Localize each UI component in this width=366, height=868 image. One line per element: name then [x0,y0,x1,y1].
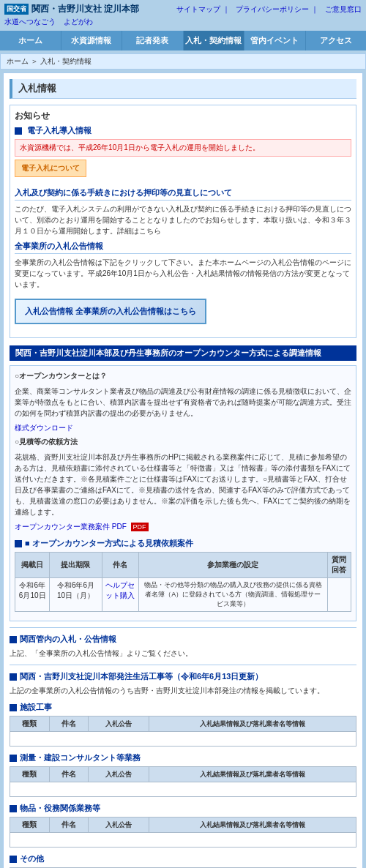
open-counter-pdf-link[interactable]: オープンカウンター業務案件 PDF PDF [15,523,149,531]
th-result2: 入札結果情報及び落札業者名等情報 [149,767,356,782]
open-counter-what-text: 企業、商業等コンサルタント業者及び物品の調達及び公有財産情報の調達に係る見積徴収… [15,386,351,419]
goods-section: 物品・役務関係業務等 種類 件名 入札公告 入札結果情報及び落札業者名等情報 [10,803,356,848]
goods-title: 物品・役務関係業務等 [10,803,356,814]
th-name2: 件名 [49,767,89,782]
privacy-link[interactable]: プライバシーポリシー [236,5,309,13]
other-section: その他 種類 件名 入札公告 入札結果情報及び落札業者名等情報 [10,853,356,868]
survey-table: 種類 件名 入札公告 入札結果情報及び落札業者名等情報 [10,766,356,797]
th-date: 掲載日 [15,553,50,578]
th-kind3: 種類 [10,818,50,833]
other-title: その他 [10,853,356,864]
requirements-title: ■ オープンカウンター方式による見積依頼案件 [15,538,351,549]
td-qa [327,578,351,612]
header: 国交省 関西・吉野川支社 淀川本部 サイトマップ ｜ プライバシーポリシー ｜ … [0,0,366,31]
notice-title: お知らせ [15,110,351,122]
blue-bullet-req [15,540,22,547]
th-name: 件名 [102,553,138,578]
open-counter-table: 掲載日 提出期限 件名 参加業種の設定 質問回答 令和6年6月10日 令和6年6… [15,552,351,612]
th-bid3: 入札公告 [89,818,149,833]
content: 入札情報 お知らせ 電子入札導入情報 水資源機構では、平成26年10月1日から電… [3,72,363,868]
e-bid-section: 電子入札導入情報 水資源機構では、平成26年10月1日から電子入札の運用を開始し… [15,125,351,182]
nav-water[interactable]: 水資源情報 [61,31,123,50]
shisetsu-title: 施設工事 [10,702,356,713]
blue-bullet-kansei [10,636,17,643]
th-category: 参加業種の設定 [138,553,327,578]
th-deadline: 提出期限 [50,553,102,578]
th-kind: 種類 [10,717,50,732]
home-nav-link[interactable]: 水道へつなごう [4,18,56,26]
open-counter-header: 関西・吉野川支社淀川本部及び丹生事務所のオープンカウンター方式による調達情報 [10,345,356,361]
breadcrumb: ホーム ＞ 入札・契約情報 [0,53,366,70]
td-empty2 [10,782,356,797]
header-top: 国交省 関西・吉野川支社 淀川本部 サイトマップ ｜ プライバシーポリシー ｜ … [4,3,362,15]
td-item-name: ヘルプセット購入 [102,578,138,612]
td-empty3 [10,833,356,848]
nav-access[interactable]: アクセス [306,31,367,50]
pdf-icon: PDF [131,523,149,531]
nav-links: 水道へつなごう よどがわ [4,17,362,27]
sitemap-link[interactable]: サイトマップ [176,5,220,13]
koukoku-text: 全事業所の入札公告情報は下記をクリックして下さい。また本ホームページの入札公告情… [15,257,351,290]
td-deadline: 令和6年6月10日（月） [50,578,102,612]
e-bid-title: 電子入札導入情報 [15,125,351,136]
td-category: 物品・その他等分類の物品の購入及び役務の提供に係る資格者名簿（A）に登録されてい… [138,578,327,612]
shisetsu-section: 施設工事 種類 件名 入札公告 入札結果情報及び落札業者名等情報 [10,702,356,747]
blue-bullet-goods [10,805,17,812]
th-bid: 入札公告 [89,717,149,732]
koukoku-banner[interactable]: 入札公告情報 全事業所の入札公告情報はこちら [15,299,206,324]
logo-icon: 国交省 [4,4,29,15]
hanko-text: このたび、電子入札システムの利用ができない入札及び契約に係る手続きにおける押印等… [15,203,351,236]
logo-text: 関西・吉野川支社 淀川本部 [31,3,139,15]
blue-bullet-other [10,856,17,863]
open-counter-what-title: ○オープンカウンターとは？ [15,370,351,381]
hanko-section: 入札及び契約に係る手続きにおける押印等の見直しについて このたび、電子入札システ… [15,187,351,236]
contact-link[interactable]: ご意見窓口 [325,5,362,13]
blue-bullet-survey [10,755,17,762]
th-bid2: 入札公告 [89,767,149,782]
kansei-koji-title: 関西・吉野川支社淀川本部発注生活工事等（令和6年6月13日更新） [10,671,356,682]
kansei-info-section: 関西管内の入札・公告情報 上記、「全事業所の入札公告情報」よりご覧ください。 [10,634,356,659]
table-row [10,782,356,797]
nav-bid[interactable]: 入札・契約情報 [184,31,245,50]
open-counter-method-text: 花規格、資野川支社淀川本部及び丹生事務所のHPに掲載される業務案件に応じて、見積… [15,452,351,517]
logo-area: 国交省 関西・吉野川支社 淀川本部 [4,3,139,15]
kansei-info-text: 上記、「全事業所の入札公告情報」よりご覧ください。 [10,648,356,659]
blue-bullet-ebid [15,127,22,135]
nav-press[interactable]: 記者発表 [122,31,184,50]
table-row: 令和6年6月10日 令和6年6月10日（月） ヘルプセット購入 物品・その他等分… [15,578,351,612]
blue-bullet-koji [10,673,17,681]
th-name3: 件名 [49,818,89,833]
bid-nav-link[interactable]: よどがわ [64,18,93,26]
hanko-title: 入札及び契約に係る手続きにおける押印等の見直しについて [15,187,351,201]
blue-bullet-shisetsu [10,704,17,711]
koukoku-title: 全事業所の入札公告情報 [15,241,351,254]
kansei-koji-text: 上記の全事業所の入札公告情報のうち吉野・吉野川支社淀川本部発注の情報を掲載してい… [10,685,356,696]
th-qa: 質問回答 [327,553,351,578]
survey-title: 測量・建設コンサルタント等業務 [10,752,356,763]
kansei-info-title: 関西管内の入札・公告情報 [10,634,356,645]
e-bid-notice: 水資源機構では、平成26年10月1日から電子入札の運用を開始しました。 [15,139,351,157]
koukoku-section: 全事業所の入札公告情報 全事業所の入札公告情報は下記をクリックして下さい。また本… [15,241,351,329]
item-link[interactable]: ヘルプセット購入 [105,581,135,599]
main-nav: ホーム 水資源情報 記者発表 入札・契約情報 管内イベント アクセス [0,31,366,50]
header-links: サイトマップ ｜ プライバシーポリシー ｜ ご意見窓口 [172,4,362,15]
th-kind2: 種類 [10,767,50,782]
shisetsu-table: 種類 件名 入札公告 入札結果情報及び落札業者名等情報 [10,716,356,747]
page-title: 入札情報 [10,79,356,99]
table-row [10,732,356,747]
goods-table: 種類 件名 入札公告 入札結果情報及び落札業者名等情報 [10,817,356,848]
open-counter-section: ○オープンカウンターとは？ 企業、商業等コンサルタント業者及び物品の調達及び公有… [10,365,356,621]
th-result3: 入札結果情報及び落札業者名等情報 [149,818,356,833]
e-bid-banner[interactable]: 電子入札について [15,160,86,177]
table-row [10,833,356,848]
survey-section: 測量・建設コンサルタント等業務 種類 件名 入札公告 入札結果情報及び落札業者名… [10,752,356,797]
td-empty [10,732,356,747]
notice-box: お知らせ 電子入札導入情報 水資源機構では、平成26年10月1日から電子入札の運… [10,105,356,338]
nav-event[interactable]: 管内イベント [244,31,306,50]
th-result: 入札結果情報及び落札業者名等情報 [149,717,356,732]
form-dl-link[interactable]: 様式ダウンロード [15,424,73,432]
open-counter-method-title: ○見積等の依頼方法 [15,436,351,447]
th-name: 件名 [49,717,89,732]
td-date: 令和6年6月10日 [15,578,50,612]
nav-home[interactable]: ホーム [0,31,61,50]
